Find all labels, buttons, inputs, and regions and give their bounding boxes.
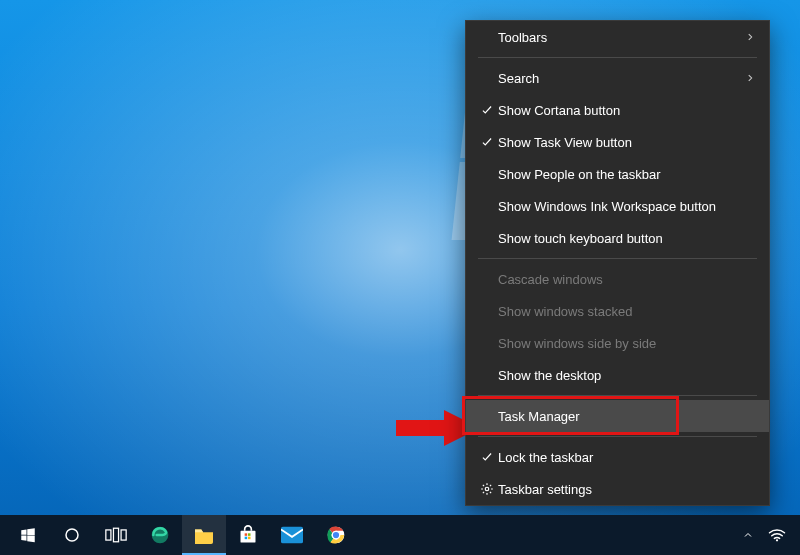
check-icon: [476, 103, 498, 117]
menu-item-show-task-view-button[interactable]: Show Task View button: [466, 126, 769, 158]
menu-item-show-cortana-button[interactable]: Show Cortana button: [466, 94, 769, 126]
svg-rect-7: [241, 531, 256, 543]
menu-item-label: Lock the taskbar: [498, 450, 755, 465]
menu-item-show-the-desktop[interactable]: Show the desktop: [466, 359, 769, 391]
svg-rect-8: [245, 533, 248, 536]
gear-icon: [476, 482, 498, 496]
menu-separator: [478, 436, 757, 437]
menu-item-label: Taskbar settings: [498, 482, 755, 497]
menu-separator: [478, 57, 757, 58]
menu-item-toolbars[interactable]: Toolbars: [466, 21, 769, 53]
menu-item-lock-the-taskbar[interactable]: Lock the taskbar: [466, 441, 769, 473]
menu-item-label: Show windows stacked: [498, 304, 755, 319]
menu-separator: [478, 258, 757, 259]
menu-item-label: Show Windows Ink Workspace button: [498, 199, 755, 214]
chevron-right-icon: [745, 71, 755, 86]
start-button[interactable]: [6, 515, 50, 555]
menu-item-label: Search: [498, 71, 745, 86]
menu-item-show-windows-side-by-side: Show windows side by side: [466, 327, 769, 359]
menu-item-task-manager[interactable]: Task Manager: [466, 400, 769, 432]
menu-separator: [478, 395, 757, 396]
svg-point-17: [776, 539, 778, 541]
menu-item-show-windows-stacked: Show windows stacked: [466, 295, 769, 327]
svg-rect-11: [248, 537, 251, 540]
svg-point-2: [66, 529, 78, 541]
menu-item-cascade-windows: Cascade windows: [466, 263, 769, 295]
menu-item-label: Show the desktop: [498, 368, 755, 383]
cortana-button[interactable]: [50, 515, 94, 555]
svg-rect-12: [281, 527, 303, 544]
check-icon: [476, 135, 498, 149]
check-icon: [476, 450, 498, 464]
svg-rect-3: [106, 530, 111, 540]
menu-item-taskbar-settings[interactable]: Taskbar settings: [466, 473, 769, 505]
svg-rect-10: [245, 537, 248, 540]
tray-chevron-icon[interactable]: [742, 529, 754, 541]
menu-item-label: Show touch keyboard button: [498, 231, 755, 246]
taskbar: [0, 515, 800, 555]
chrome-icon[interactable]: [314, 515, 358, 555]
menu-item-label: Show People on the taskbar: [498, 167, 755, 182]
wifi-icon[interactable]: [768, 528, 786, 542]
menu-item-label: Show Cortana button: [498, 103, 755, 118]
menu-item-show-touch-keyboard-button[interactable]: Show touch keyboard button: [466, 222, 769, 254]
file-explorer-icon[interactable]: [182, 515, 226, 555]
microsoft-store-icon[interactable]: [226, 515, 270, 555]
svg-rect-5: [121, 530, 126, 540]
menu-item-label: Show windows side by side: [498, 336, 755, 351]
svg-rect-9: [248, 533, 251, 536]
menu-item-label: Task Manager: [498, 409, 755, 424]
mail-icon[interactable]: [270, 515, 314, 555]
menu-item-show-people-on-the-taskbar[interactable]: Show People on the taskbar: [466, 158, 769, 190]
chevron-right-icon: [745, 30, 755, 45]
menu-item-label: Show Task View button: [498, 135, 755, 150]
menu-item-label: Cascade windows: [498, 272, 755, 287]
menu-item-search[interactable]: Search: [466, 62, 769, 94]
task-view-button[interactable]: [94, 515, 138, 555]
svg-rect-4: [113, 528, 118, 542]
menu-item-label: Toolbars: [498, 30, 745, 45]
taskbar-context-menu: ToolbarsSearchShow Cortana buttonShow Ta…: [465, 20, 770, 506]
menu-item-show-windows-ink-workspace-button[interactable]: Show Windows Ink Workspace button: [466, 190, 769, 222]
edge-icon[interactable]: [138, 515, 182, 555]
svg-point-1: [485, 487, 489, 491]
